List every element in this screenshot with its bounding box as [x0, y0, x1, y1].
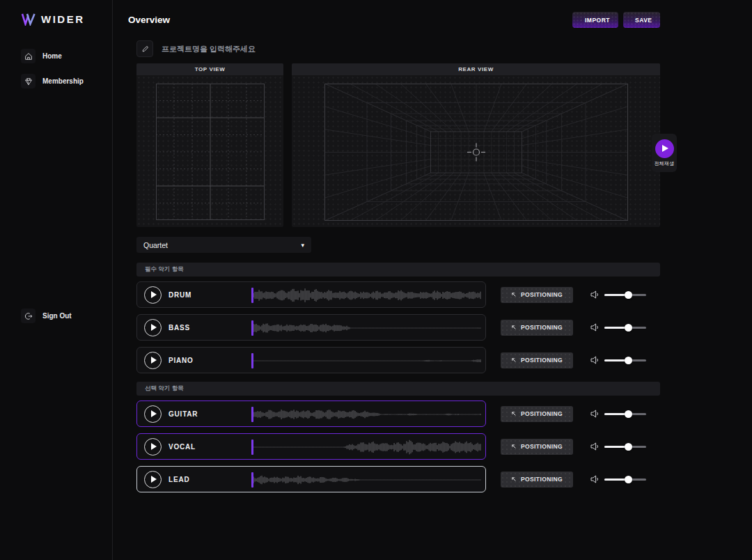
required-track-group: DRUM POSITIONING BASS POSITIONING: [136, 281, 660, 380]
playhead-cursor: [251, 472, 253, 488]
preset-selected-value: Quartet: [143, 241, 168, 249]
track-label: PIANO: [169, 357, 194, 364]
rear-view-canvas[interactable]: [292, 75, 660, 227]
chevron-down-icon: ▾: [301, 242, 304, 249]
project-name-input[interactable]: [162, 45, 454, 53]
volume-thumb[interactable]: [625, 291, 632, 299]
positioning-button[interactable]: POSITIONING: [501, 439, 573, 455]
page-header: Overview IMPORT SAVE: [128, 12, 660, 28]
volume-thumb[interactable]: [625, 443, 632, 451]
volume-control: [590, 323, 646, 332]
pencil-icon: [141, 45, 149, 53]
track-label: LEAD: [169, 476, 189, 483]
top-view-canvas[interactable]: [136, 75, 283, 227]
volume-control: [590, 410, 646, 418]
track-play-button[interactable]: [144, 405, 162, 423]
track-play-button[interactable]: [144, 286, 162, 304]
track-row: GUITAR POSITIONING: [136, 400, 660, 427]
positioning-button[interactable]: POSITIONING: [501, 352, 573, 368]
sidebar: WIDER Home Membership Sign Out: [0, 0, 113, 560]
volume-thumb[interactable]: [625, 324, 632, 332]
cursor-arrow-icon: [511, 325, 517, 330]
playhead-cursor: [251, 407, 253, 422]
positioning-button[interactable]: POSITIONING: [501, 406, 573, 422]
cursor-arrow-icon: [511, 411, 517, 417]
import-icon: [581, 17, 581, 24]
speaker-icon: [590, 356, 600, 364]
waveform[interactable]: [251, 285, 481, 306]
preset-dropdown[interactable]: Quartet ▾: [136, 237, 311, 253]
track-label: DRUM: [169, 291, 191, 299]
import-button[interactable]: IMPORT: [572, 12, 618, 28]
track-label: VOCAL: [169, 443, 196, 451]
volume-slider[interactable]: [604, 442, 646, 451]
playhead-cursor: [251, 353, 253, 368]
track-row: DRUM POSITIONING: [136, 281, 660, 308]
volume-slider[interactable]: [604, 356, 646, 364]
volume-thumb[interactable]: [625, 476, 632, 483]
track-play-button[interactable]: [144, 319, 162, 336]
positioning-button[interactable]: POSITIONING: [501, 287, 573, 303]
positioning-label: POSITIONING: [521, 410, 563, 417]
volume-control: [590, 290, 646, 299]
cursor-arrow-icon: [511, 476, 517, 482]
positioning-button[interactable]: POSITIONING: [501, 320, 573, 336]
track-card: PIANO: [136, 347, 486, 373]
track-row: BASS POSITIONING: [136, 314, 660, 341]
import-label: IMPORT: [585, 17, 610, 24]
cursor-arrow-icon: [511, 292, 517, 297]
save-button[interactable]: SAVE: [623, 12, 660, 28]
waveform[interactable]: [251, 318, 481, 339]
volume-slider[interactable]: [604, 475, 646, 483]
gem-icon: [21, 74, 36, 88]
track-label: BASS: [169, 324, 190, 332]
section-header-required: 필수 악기 항목: [136, 263, 660, 277]
track-play-button[interactable]: [144, 352, 162, 369]
positioning-label: POSITIONING: [521, 291, 563, 298]
top-view-panel: TOP VIEW: [136, 63, 283, 227]
volume-control: [590, 475, 646, 483]
positioning-label: POSITIONING: [521, 476, 563, 483]
volume-slider[interactable]: [604, 410, 646, 418]
play-icon: [151, 324, 157, 331]
play-icon: [151, 357, 157, 364]
top-view-title: TOP VIEW: [195, 66, 226, 72]
optional-track-group: GUITAR POSITIONING VOCAL POSITIONING: [136, 400, 660, 499]
volume-thumb[interactable]: [625, 410, 632, 418]
waveform[interactable]: [251, 404, 481, 425]
volume-control: [590, 442, 646, 451]
playhead-cursor: [251, 288, 253, 303]
rear-view-grid: [324, 84, 628, 224]
sidebar-item-label: Home: [42, 52, 62, 60]
sidebar-item-home[interactable]: Home: [21, 49, 62, 63]
top-view-grid: [156, 84, 265, 223]
wider-logo-icon: [21, 13, 36, 26]
sidebar-item-membership[interactable]: Membership: [21, 74, 84, 88]
volume-slider[interactable]: [604, 323, 646, 332]
play-icon: [151, 476, 157, 483]
sidebar-item-label: Membership: [42, 77, 84, 85]
signout-icon: [21, 309, 36, 323]
track-play-button[interactable]: [144, 438, 162, 456]
section-header-optional: 선택 악기 항목: [136, 382, 660, 396]
play-all-container: 전체재생: [652, 134, 677, 172]
track-play-button[interactable]: [144, 471, 162, 488]
edit-project-name-button[interactable]: [136, 40, 153, 57]
waveform[interactable]: [251, 437, 481, 458]
cursor-arrow-icon: [511, 357, 517, 363]
volume-thumb[interactable]: [625, 357, 632, 364]
page-title: Overview: [128, 15, 170, 25]
volume-slider[interactable]: [604, 290, 646, 299]
waveform[interactable]: [251, 469, 481, 490]
speaker-icon: [590, 410, 600, 418]
playhead-cursor: [251, 320, 253, 336]
positioning-label: POSITIONING: [521, 357, 563, 364]
brand-logo[interactable]: WIDER: [21, 13, 85, 26]
track-card: BASS: [136, 314, 486, 341]
positioning-button[interactable]: POSITIONING: [501, 472, 573, 488]
play-all-button[interactable]: [655, 139, 674, 158]
waveform[interactable]: [251, 350, 481, 371]
sidebar-item-signout[interactable]: Sign Out: [21, 309, 72, 323]
track-row: PIANO POSITIONING: [136, 347, 660, 373]
sidebar-item-label: Sign Out: [42, 312, 72, 320]
